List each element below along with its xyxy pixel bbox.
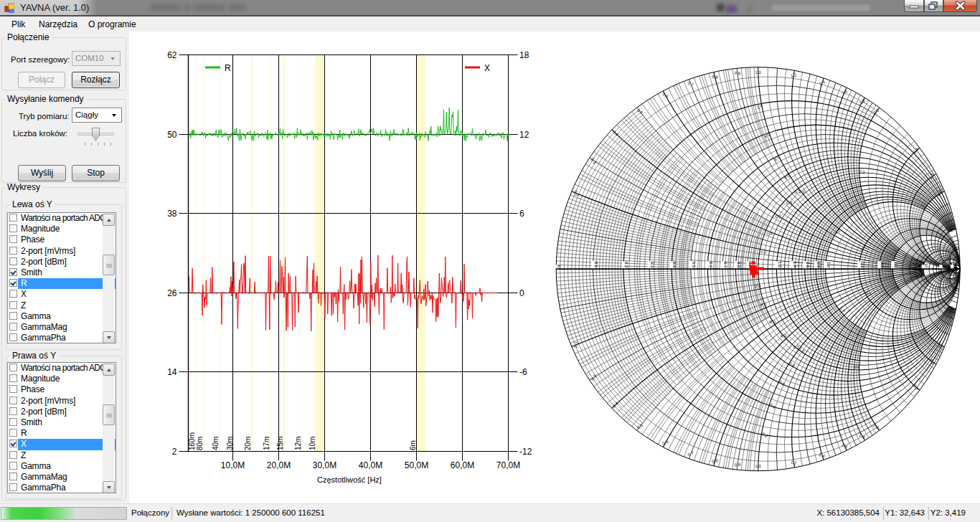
svg-text:1.0: 1.0 (793, 345, 799, 349)
svg-text:-12: -12 (519, 447, 532, 457)
svg-text:6m: 6m (409, 440, 417, 450)
svg-text:1.6: 1.6 (841, 442, 849, 449)
svg-text:R: R (225, 63, 231, 73)
svg-text:1.0: 1.0 (755, 464, 762, 468)
svg-text:0.2: 0.2 (761, 432, 769, 439)
svg-text:0.4: 0.4 (672, 262, 677, 268)
svg-text:0.3: 0.3 (650, 262, 654, 268)
svg-text:0.8: 0.8 (712, 75, 719, 80)
svg-text:2.0: 2.0 (853, 365, 859, 369)
svg-text:1.8: 1.8 (816, 262, 821, 268)
svg-text:0.7: 0.7 (723, 262, 727, 268)
svg-text:0.3: 0.3 (590, 157, 598, 165)
svg-text:2.0: 2.0 (839, 306, 847, 313)
svg-text:40,0M: 40,0M (359, 460, 382, 470)
svg-text:10m: 10m (308, 437, 316, 450)
svg-text:10,0M: 10,0M (221, 460, 245, 470)
svg-text:20m: 20m (244, 437, 252, 450)
svg-text:0.4: 0.4 (760, 303, 766, 307)
svg-text:60,0M: 60,0M (451, 460, 474, 470)
svg-text:0.9: 0.9 (734, 71, 741, 76)
svg-text:10: 10 (924, 263, 928, 267)
svg-text:50: 50 (953, 263, 957, 267)
svg-text:0.8: 0.8 (712, 458, 719, 464)
svg-text:0.2: 0.2 (760, 250, 767, 254)
svg-text:0.1: 0.1 (594, 262, 598, 268)
svg-text:0.5: 0.5 (692, 262, 696, 268)
svg-text:0.6: 0.6 (769, 320, 776, 324)
svg-text:4.0: 4.0 (880, 262, 885, 267)
svg-text:0.5: 0.5 (636, 108, 644, 115)
svg-text:2: 2 (172, 447, 177, 457)
svg-text:160m: 160m (188, 432, 196, 450)
svg-text:17m: 17m (263, 437, 270, 450)
svg-text:40m: 40m (212, 437, 220, 450)
svg-text:20: 20 (951, 247, 956, 252)
svg-text:1.6: 1.6 (841, 89, 849, 95)
svg-text:1.0: 1.0 (793, 188, 801, 195)
svg-text:1.4: 1.4 (819, 452, 826, 459)
svg-text:0.8: 0.8 (780, 333, 786, 338)
svg-text:30m: 30m (226, 437, 234, 450)
svg-text:0.4: 0.4 (766, 231, 773, 236)
svg-text:0.6: 0.6 (709, 262, 713, 268)
svg-text:20: 20 (942, 263, 946, 267)
svg-text:0.2: 0.2 (754, 284, 760, 288)
svg-text:14: 14 (167, 367, 177, 377)
svg-text:12: 12 (519, 130, 529, 140)
svg-text:0.8: 0.8 (737, 262, 741, 268)
svg-text:2.0: 2.0 (826, 262, 831, 268)
svg-text:20: 20 (951, 286, 956, 292)
svg-text:5.0: 5.0 (894, 262, 898, 267)
svg-text:3.0: 3.0 (860, 262, 864, 267)
svg-text:0.9: 0.9 (734, 462, 741, 468)
svg-text:0.2: 0.2 (624, 262, 628, 268)
svg-text:1.6: 1.6 (806, 262, 810, 268)
svg-text:1.0: 1.0 (755, 70, 762, 75)
svg-text:62: 62 (167, 50, 177, 60)
svg-text:6: 6 (519, 209, 524, 219)
svg-text:70,0M: 70,0M (496, 460, 520, 470)
svg-text:50,0M: 50,0M (405, 460, 428, 470)
svg-text:18: 18 (519, 50, 529, 60)
svg-text:15m: 15m (276, 437, 284, 450)
svg-text:38: 38 (167, 209, 177, 219)
svg-text:X: X (484, 63, 490, 73)
svg-text:0.5: 0.5 (636, 422, 644, 430)
svg-text:0.3: 0.3 (590, 374, 598, 381)
svg-text:26: 26 (167, 288, 177, 298)
svg-text:0.6: 0.6 (775, 214, 782, 219)
svg-text:80m: 80m (196, 437, 204, 450)
svg-text:1.4: 1.4 (793, 262, 797, 268)
svg-text:-6: -6 (519, 367, 527, 377)
svg-text:20,0M: 20,0M (267, 460, 291, 470)
svg-text:12m: 12m (294, 437, 302, 450)
svg-text:0: 0 (519, 288, 524, 298)
svg-text:1.4: 1.4 (819, 80, 826, 86)
svg-text:0.8: 0.8 (786, 200, 793, 205)
svg-text:1.2: 1.2 (778, 262, 782, 268)
svg-text:Częstotliwość [Hz]: Częstotliwość [Hz] (317, 475, 382, 484)
svg-text:30,0M: 30,0M (313, 460, 336, 470)
svg-text:50: 50 (167, 130, 177, 140)
